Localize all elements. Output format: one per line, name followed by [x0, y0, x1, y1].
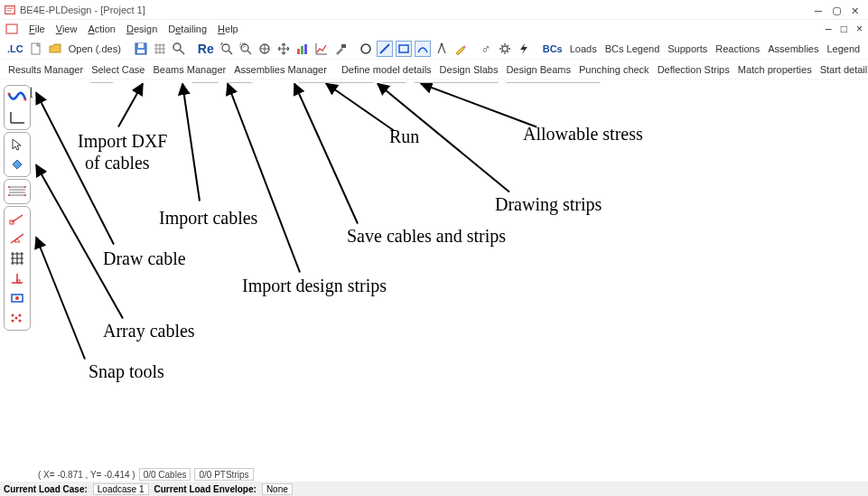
mdi-close-button[interactable]: ×: [856, 23, 863, 35]
cables-count: 0/0 Cables: [139, 468, 191, 481]
deflection-strips-button[interactable]: Deflection Strips: [658, 64, 730, 75]
bars-icon[interactable]: [294, 41, 311, 57]
bcs-legend-button[interactable]: BCs Legend: [605, 43, 660, 54]
menu-detailing[interactable]: Detailing: [168, 23, 207, 34]
menu-design[interactable]: Design: [126, 23, 157, 34]
menu-file[interactable]: File: [29, 23, 45, 34]
minimize-button[interactable]: —: [815, 3, 822, 17]
svg-point-27: [24, 98, 27, 101]
folder-icon[interactable]: [47, 41, 63, 57]
pan-icon[interactable]: [275, 41, 292, 57]
svg-point-7: [222, 44, 229, 51]
svg-point-35: [15, 296, 19, 300]
zoom-window-icon[interactable]: [238, 41, 254, 57]
svg-point-31: [24, 194, 26, 196]
define-model-details-button[interactable]: Define model details: [341, 64, 432, 75]
punching-check-button[interactable]: Punching check: [579, 64, 649, 75]
select-case-button[interactable]: Select Case: [91, 64, 145, 75]
bolt-icon[interactable]: [516, 41, 532, 57]
diamond-icon[interactable]: [6, 155, 28, 173]
loadcase-label: Current Load Case:: [4, 484, 88, 494]
svg-rect-11: [297, 49, 300, 54]
line-tool-icon[interactable]: [377, 41, 393, 57]
search-icon[interactable]: [171, 41, 187, 57]
loadcase-value[interactable]: Loadcase 1: [93, 483, 149, 495]
save-icon[interactable]: [133, 41, 149, 57]
assemblies-button[interactable]: Assemblies: [768, 43, 818, 54]
male-icon[interactable]: ♂: [478, 41, 494, 57]
app-icon: [4, 4, 16, 16]
svg-line-41: [118, 84, 143, 127]
results-manager-button[interactable]: Results Manager: [8, 64, 83, 75]
supports-button[interactable]: Supports: [667, 43, 707, 54]
ptstrips-count: 0/0 PTStrips: [194, 468, 253, 481]
svg-line-47: [421, 84, 537, 127]
open-des-button[interactable]: Open (.des): [69, 43, 121, 54]
beams-manager-button[interactable]: Beams Manager: [153, 64, 226, 75]
arc-tool-icon[interactable]: [415, 41, 431, 57]
svg-point-39: [19, 320, 22, 323]
svg-point-29: [24, 186, 26, 188]
mdi-restore-button[interactable]: □: [841, 23, 847, 35]
svg-rect-12: [301, 46, 303, 54]
rect-tool-icon[interactable]: [396, 41, 412, 57]
snap-grid-icon[interactable]: [6, 249, 28, 267]
annot-run: Run: [389, 126, 419, 146]
lc-button[interactable]: .LC: [7, 43, 23, 54]
annot-drawing-strips: Drawing strips: [495, 194, 602, 215]
menu-view[interactable]: View: [56, 23, 78, 34]
maximize-button[interactable]: ▢: [833, 3, 840, 17]
svg-point-26: [8, 93, 11, 96]
snap-object-icon[interactable]: [6, 289, 28, 307]
svg-point-38: [12, 320, 14, 323]
snap-endpoint-icon[interactable]: [6, 210, 28, 228]
snap-midpoint-icon[interactable]: [6, 229, 28, 248]
start-detailing-button[interactable]: Start detailing: [820, 64, 868, 75]
new-icon[interactable]: [28, 41, 44, 57]
menu-action[interactable]: Action: [88, 23, 116, 34]
annot-array-cables: Array cables: [103, 321, 195, 342]
close-button[interactable]: ✕: [852, 3, 859, 17]
gear-icon[interactable]: [497, 41, 513, 57]
status-bar: ( X= -0.871 , Y= -0.414 ) 0/0 Cables 0/0…: [0, 467, 868, 482]
re-button[interactable]: Re: [198, 42, 214, 56]
mdi-icon[interactable]: [5, 23, 18, 35]
annot-import-cables: Import cables: [159, 208, 258, 229]
compass-icon[interactable]: [434, 41, 450, 57]
svg-point-17: [440, 42, 443, 45]
assemblies-manager-button[interactable]: Assemblies Manager: [234, 64, 327, 75]
pencil-icon[interactable]: [453, 41, 469, 57]
circle-icon[interactable]: [358, 41, 374, 57]
svg-rect-33: [17, 280, 20, 283]
reactions-button[interactable]: Reactions: [715, 43, 760, 54]
snap-node-icon[interactable]: [6, 309, 28, 327]
bcs-button[interactable]: BCs: [543, 43, 563, 54]
axis-tool-icon[interactable]: [6, 108, 28, 126]
hammer-icon[interactable]: [332, 41, 349, 57]
svg-line-42: [182, 84, 200, 201]
canvas[interactable]: Import DXF of cables Import cables Impor…: [33, 83, 868, 467]
zoom-all-icon[interactable]: [257, 41, 273, 57]
svg-point-15: [361, 44, 370, 53]
match-properties-button[interactable]: Match properties: [738, 64, 812, 75]
legend-button[interactable]: Legend: [826, 43, 860, 54]
svg-rect-0: [5, 5, 15, 14]
envelope-label: Current Load Envelope:: [154, 484, 257, 494]
loads-button[interactable]: Loads: [570, 43, 597, 54]
chart-icon[interactable]: [313, 41, 330, 57]
design-slabs-button[interactable]: Design Slabs: [440, 64, 499, 75]
title-bar: BE4E-PLDesign - [Project 1] — ▢ ✕: [0, 0, 868, 20]
design-beams-button[interactable]: Design Beams: [506, 64, 571, 75]
array-cables-icon[interactable]: [6, 182, 28, 201]
menu-help[interactable]: Help: [218, 23, 238, 34]
window-title: BE4E-PLDesign - [Project 1]: [20, 5, 145, 15]
envelope-value[interactable]: None: [262, 483, 293, 495]
pointer-icon[interactable]: [6, 136, 28, 154]
mdi-minimize-button[interactable]: –: [826, 23, 832, 35]
grid-icon[interactable]: [152, 41, 168, 57]
svg-line-49: [36, 165, 123, 319]
zoom-extents-icon[interactable]: [219, 41, 235, 57]
cable-curve-icon[interactable]: [6, 89, 28, 107]
svg-line-43: [228, 84, 300, 273]
snap-perpendicular-icon[interactable]: [6, 269, 28, 287]
